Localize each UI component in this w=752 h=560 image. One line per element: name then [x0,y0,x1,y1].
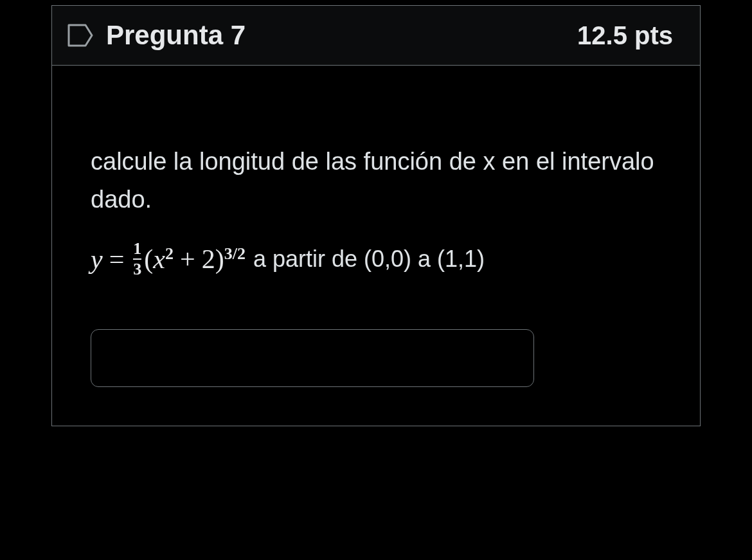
question-points: 12.5 pts [577,21,673,50]
eq-outer-exp: 3/2 [224,244,246,264]
question-body: calcule la longitud de las función de x … [52,66,700,426]
eq-frac-den: 3 [133,258,141,278]
eq-fraction: 1 3 [133,240,141,278]
question-title: Pregunta 7 [106,20,246,51]
eq-equals: = [103,244,131,275]
eq-close-paren: ) [215,244,224,275]
eq-base-var: x [153,244,165,275]
bookmark-icon [66,21,94,50]
answer-input[interactable] [91,329,534,387]
eq-constant: 2 [202,244,215,275]
question-prompt: calcule la longitud de las función de x … [91,143,661,219]
equation-line: y = 1 3 ( x 2 + 2 ) 3/2 a partir de (0,0… [91,240,661,278]
eq-plus: + [174,244,202,275]
eq-base-exp: 2 [165,244,174,264]
equation-formula: y = 1 3 ( x 2 + 2 ) 3/2 [91,240,246,278]
question-card: Pregunta 7 12.5 pts calcule la longitud … [51,5,701,426]
equation-range: a partir de (0,0) a (1,1) [253,246,485,273]
eq-lhs: y [91,244,103,275]
eq-frac-num: 1 [133,240,141,258]
question-header: Pregunta 7 12.5 pts [52,6,700,66]
eq-open-paren: ( [144,244,153,275]
header-left: Pregunta 7 [66,20,246,51]
